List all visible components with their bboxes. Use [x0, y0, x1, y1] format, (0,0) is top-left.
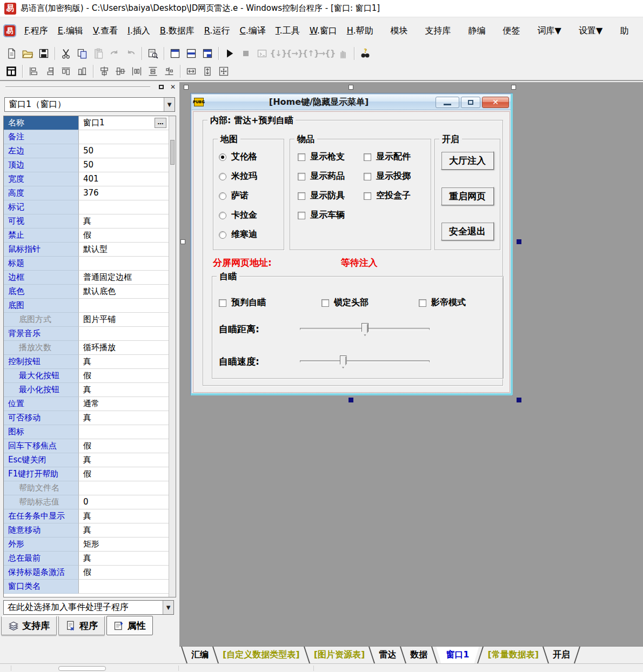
panel-tab-支持库[interactable]: 支持库 — [1, 616, 57, 635]
property-value[interactable]: 真 — [78, 411, 169, 425]
radio-维寒迪[interactable]: 维寒迪 — [219, 229, 257, 240]
panel-tab-程序[interactable]: 程序 — [58, 616, 105, 635]
resize-handle-left-middle[interactable] — [180, 239, 185, 244]
radio-卡拉金[interactable]: 卡拉金 — [219, 210, 257, 221]
checkbox-锁定头部[interactable]: 锁定头部 — [322, 297, 369, 308]
form-restore-button[interactable] — [461, 97, 480, 108]
save-icon[interactable] — [36, 46, 52, 61]
radio-艾伦格[interactable]: 艾伦格 — [219, 151, 257, 163]
group-internal[interactable]: 内部: 雷达+预判自瞄 地图 艾伦格米拉玛萨诺卡拉金维寒迪 物品 显示枪支显示配… — [203, 120, 503, 386]
property-value[interactable]: 真 — [78, 453, 169, 467]
align-left-edges-icon[interactable] — [25, 64, 42, 79]
workspace-tab-开启[interactable]: 开启 — [547, 647, 575, 663]
layout-title-icon[interactable] — [167, 46, 183, 61]
menu-item-编译[interactable]: C.编译 — [235, 22, 270, 40]
form-titlebar[interactable]: PUBG [Home键/隐藏显示菜单] ✕ — [192, 95, 511, 110]
menu-item-支持库[interactable]: 支持库 — [420, 22, 456, 40]
align-bottom-edges-icon[interactable] — [74, 64, 90, 79]
property-value[interactable]: 假 — [78, 369, 169, 383]
property-value[interactable] — [78, 327, 169, 341]
panel-grip[interactable] — [5, 86, 150, 88]
property-value[interactable]: 真 — [78, 355, 169, 369]
space-evenly-across-icon[interactable] — [129, 64, 145, 79]
group-items[interactable]: 物品 显示枪支显示配件显示药品显示投掷显示防具空投盒子显示车辆 — [290, 139, 431, 250]
chevron-down-icon[interactable]: ▼ — [163, 601, 173, 614]
checkbox-显示配件[interactable]: 显示配件 — [364, 151, 430, 163]
resize-handle-bottom-right[interactable] — [517, 398, 521, 402]
slider-track[interactable] — [300, 360, 430, 362]
form-designer-workspace[interactable]: PUBG [Home键/隐藏显示菜单] ✕ 内部: 雷达+预判自瞄 地图 艾伦格… — [179, 82, 643, 646]
new-file-icon[interactable] — [3, 46, 19, 61]
align-top-edges-icon[interactable] — [58, 64, 74, 79]
run-icon[interactable] — [222, 46, 238, 61]
checkbox-显示投掷[interactable]: 显示投掷 — [364, 171, 430, 182]
resize-handle-right-middle[interactable] — [517, 239, 521, 244]
button-安全退出[interactable]: 安全退出 — [441, 222, 494, 240]
ellipsis-button[interactable]: … — [155, 118, 166, 128]
space-evenly-down-icon[interactable] — [145, 64, 161, 79]
form-client-area[interactable]: 内部: 雷达+预判自瞄 地图 艾伦格米拉玛萨诺卡拉金维寒迪 物品 显示枪支显示配… — [192, 110, 511, 394]
menu-item-词库▼[interactable]: 词库▼ — [533, 22, 566, 40]
checkbox-显示防具[interactable]: 显示防具 — [298, 190, 364, 201]
workspace-tab-汇编[interactable]: 汇编 — [186, 647, 214, 663]
form-close-button[interactable]: ✕ — [482, 97, 509, 108]
property-value[interactable]: 普通固定边框 — [78, 271, 169, 285]
property-value[interactable]: 0 — [78, 495, 169, 509]
property-value[interactable]: 真 — [78, 523, 169, 537]
snap-to-grid-icon[interactable] — [161, 64, 177, 79]
menu-item-数据库[interactable]: B.数据库 — [155, 22, 199, 40]
same-height-icon[interactable] — [199, 64, 216, 79]
layout-mixed-icon[interactable] — [199, 46, 216, 61]
property-value[interactable]: 401 — [78, 172, 169, 186]
menu-item-工具[interactable]: T.工具 — [271, 22, 305, 40]
center-vertical-icon[interactable] — [112, 64, 129, 79]
menu-item-插入[interactable]: I.插入 — [123, 22, 155, 40]
property-value[interactable]: 图片平铺 — [78, 313, 169, 327]
menu-item-帮助[interactable]: H.帮助 — [342, 22, 378, 40]
property-value[interactable] — [78, 257, 169, 271]
workspace-tab-[自定义数据类型表][interactable]: [自定义数据类型表] — [217, 647, 305, 663]
property-value[interactable]: 循环播放 — [78, 341, 169, 355]
property-value[interactable] — [78, 200, 169, 214]
menu-item-程序[interactable]: F.程序 — [19, 22, 53, 40]
form-grid-icon[interactable] — [3, 64, 19, 79]
find-icon[interactable]: ? — [357, 46, 373, 61]
menu-item-静编[interactable]: 静编 — [464, 22, 491, 40]
slider-thumb[interactable] — [361, 323, 369, 336]
checkbox-影帝模式[interactable]: 影帝模式 — [419, 297, 466, 308]
property-value[interactable] — [78, 580, 169, 594]
workspace-tab-[常量数据表][interactable]: [常量数据表] — [482, 647, 544, 663]
property-value[interactable]: 通常 — [78, 397, 169, 411]
panel-close-icon[interactable]: ✕ — [169, 83, 177, 91]
group-launch[interactable]: 开启 大厅注入重启网页安全退出 — [434, 139, 500, 250]
form-minimize-button[interactable] — [436, 97, 459, 108]
property-value[interactable]: 50 — [78, 158, 169, 172]
menu-item-助[interactable]: 助 — [615, 22, 633, 40]
radio-萨诺[interactable]: 萨诺 — [219, 190, 257, 201]
chevron-down-icon[interactable]: ▼ — [164, 98, 175, 111]
object-selector[interactable]: 窗口1（窗口） ▼ — [4, 97, 175, 112]
horizontal-scrollbar-thumb[interactable] — [58, 666, 106, 671]
property-value[interactable] — [78, 425, 169, 439]
menu-item-便签[interactable]: 便签 — [498, 22, 525, 40]
workspace-tab-[图片资源表][interactable]: [图片资源表] — [309, 647, 371, 663]
panel-tab-属性[interactable]: 属性 — [106, 616, 153, 635]
property-value[interactable]: 假 — [78, 566, 169, 580]
checkbox-显示药品[interactable]: 显示药品 — [298, 171, 364, 182]
view-form-icon[interactable] — [145, 46, 161, 61]
property-value[interactable]: 假 — [78, 467, 169, 481]
slider-track[interactable] — [300, 328, 430, 330]
property-value[interactable]: 默认底色 — [78, 285, 169, 299]
property-value[interactable]: 真 — [78, 552, 169, 566]
center-horizontal-icon[interactable] — [96, 64, 112, 79]
same-width-icon[interactable] — [183, 64, 199, 79]
cut-icon[interactable] — [58, 46, 74, 61]
property-value[interactable]: 假 — [78, 229, 169, 243]
property-value[interactable]: 376 — [78, 186, 169, 200]
checkbox-显示枪支[interactable]: 显示枪支 — [298, 151, 364, 163]
button-大厅注入[interactable]: 大厅注入 — [441, 151, 494, 170]
property-value[interactable]: 真 — [78, 214, 169, 229]
resize-handle-top-center[interactable] — [349, 85, 353, 90]
open-file-icon[interactable] — [19, 46, 36, 61]
button-重启网页[interactable]: 重启网页 — [441, 187, 494, 205]
